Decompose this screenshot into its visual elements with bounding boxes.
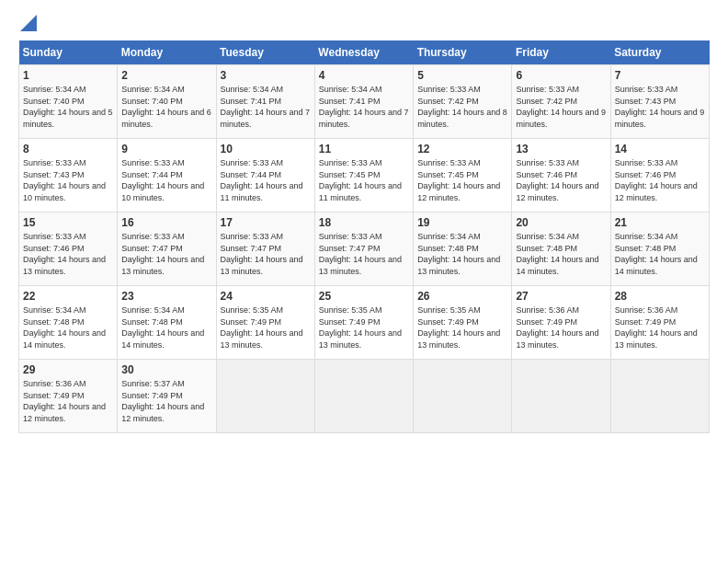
day-info: Sunrise: 5:36 AMSunset: 7:49 PMDaylight:… bbox=[615, 304, 705, 350]
day-number: 28 bbox=[615, 290, 705, 303]
day-number: 27 bbox=[516, 290, 606, 303]
day-number: 20 bbox=[516, 216, 606, 229]
week-row-1: 1 Sunrise: 5:34 AMSunset: 7:40 PMDayligh… bbox=[19, 65, 710, 139]
day-info: Sunrise: 5:35 AMSunset: 7:49 PMDaylight:… bbox=[319, 304, 409, 350]
day-info: Sunrise: 5:33 AMSunset: 7:44 PMDaylight:… bbox=[221, 157, 311, 203]
day-info: Sunrise: 5:35 AMSunset: 7:49 PMDaylight:… bbox=[221, 304, 311, 350]
day-number: 14 bbox=[615, 143, 705, 155]
day-cell: 2 Sunrise: 5:34 AMSunset: 7:40 PMDayligh… bbox=[118, 65, 216, 139]
day-info: Sunrise: 5:34 AMSunset: 7:41 PMDaylight:… bbox=[221, 84, 311, 130]
day-info: Sunrise: 5:34 AMSunset: 7:48 PMDaylight:… bbox=[417, 231, 507, 277]
day-cell: 29 Sunrise: 5:36 AMSunset: 7:49 PMDaylig… bbox=[19, 360, 118, 433]
col-header-saturday: Saturday bbox=[610, 40, 709, 65]
day-info: Sunrise: 5:34 AMSunset: 7:48 PMDaylight:… bbox=[121, 304, 211, 350]
day-info: Sunrise: 5:33 AMSunset: 7:47 PMDaylight:… bbox=[221, 231, 311, 277]
day-info: Sunrise: 5:35 AMSunset: 7:49 PMDaylight:… bbox=[417, 304, 507, 350]
day-cell: 11 Sunrise: 5:33 AMSunset: 7:45 PMDaylig… bbox=[314, 139, 413, 213]
day-info: Sunrise: 5:33 AMSunset: 7:42 PMDaylight:… bbox=[516, 84, 606, 130]
day-cell: 1 Sunrise: 5:34 AMSunset: 7:40 PMDayligh… bbox=[19, 65, 118, 139]
day-number: 21 bbox=[615, 216, 705, 229]
day-number: 19 bbox=[417, 216, 507, 229]
week-row-2: 8 Sunrise: 5:33 AMSunset: 7:43 PMDayligh… bbox=[19, 139, 710, 213]
day-info: Sunrise: 5:33 AMSunset: 7:47 PMDaylight:… bbox=[121, 231, 211, 277]
day-cell: 21 Sunrise: 5:34 AMSunset: 7:48 PMDaylig… bbox=[610, 213, 709, 286]
day-cell: 12 Sunrise: 5:33 AMSunset: 7:45 PMDaylig… bbox=[414, 139, 512, 213]
day-cell: 26 Sunrise: 5:35 AMSunset: 7:49 PMDaylig… bbox=[414, 286, 512, 360]
week-row-3: 15 Sunrise: 5:33 AMSunset: 7:46 PMDaylig… bbox=[19, 213, 710, 286]
day-number: 30 bbox=[121, 363, 211, 376]
day-cell: 23 Sunrise: 5:34 AMSunset: 7:48 PMDaylig… bbox=[118, 286, 216, 360]
day-info: Sunrise: 5:33 AMSunset: 7:43 PMDaylight:… bbox=[23, 157, 113, 203]
col-header-friday: Friday bbox=[512, 40, 610, 65]
col-header-monday: Monday bbox=[118, 40, 216, 65]
day-cell: 24 Sunrise: 5:35 AMSunset: 7:49 PMDaylig… bbox=[216, 286, 314, 360]
day-cell: 14 Sunrise: 5:33 AMSunset: 7:46 PMDaylig… bbox=[610, 139, 709, 213]
day-cell: 30 Sunrise: 5:37 AMSunset: 7:49 PMDaylig… bbox=[118, 360, 216, 433]
day-cell bbox=[314, 360, 413, 433]
day-cell: 10 Sunrise: 5:33 AMSunset: 7:44 PMDaylig… bbox=[216, 139, 314, 213]
day-cell: 7 Sunrise: 5:33 AMSunset: 7:43 PMDayligh… bbox=[610, 65, 709, 139]
day-cell bbox=[610, 360, 709, 433]
day-info: Sunrise: 5:34 AMSunset: 7:40 PMDaylight:… bbox=[121, 84, 211, 130]
day-number: 9 bbox=[121, 143, 211, 155]
day-cell bbox=[414, 360, 512, 433]
day-info: Sunrise: 5:33 AMSunset: 7:46 PMDaylight:… bbox=[516, 157, 606, 203]
day-number: 6 bbox=[516, 69, 606, 82]
day-number: 11 bbox=[319, 143, 409, 155]
day-number: 5 bbox=[417, 69, 507, 82]
day-info: Sunrise: 5:33 AMSunset: 7:43 PMDaylight:… bbox=[615, 84, 705, 130]
day-cell: 19 Sunrise: 5:34 AMSunset: 7:48 PMDaylig… bbox=[414, 213, 512, 286]
day-number: 24 bbox=[221, 290, 311, 303]
day-info: Sunrise: 5:34 AMSunset: 7:40 PMDaylight:… bbox=[23, 84, 113, 130]
day-info: Sunrise: 5:33 AMSunset: 7:45 PMDaylight:… bbox=[319, 157, 409, 203]
day-number: 4 bbox=[319, 69, 409, 82]
day-cell: 18 Sunrise: 5:33 AMSunset: 7:47 PMDaylig… bbox=[314, 213, 413, 286]
day-info: Sunrise: 5:33 AMSunset: 7:45 PMDaylight:… bbox=[417, 157, 507, 203]
header-row: SundayMondayTuesdayWednesdayThursdayFrid… bbox=[19, 40, 710, 65]
calendar-table: SundayMondayTuesdayWednesdayThursdayFrid… bbox=[18, 40, 710, 433]
col-header-sunday: Sunday bbox=[19, 40, 118, 65]
day-number: 22 bbox=[23, 290, 113, 303]
col-header-tuesday: Tuesday bbox=[216, 40, 314, 65]
day-info: Sunrise: 5:36 AMSunset: 7:49 PMDaylight:… bbox=[516, 304, 606, 350]
day-cell: 5 Sunrise: 5:33 AMSunset: 7:42 PMDayligh… bbox=[414, 65, 512, 139]
day-number: 13 bbox=[516, 143, 606, 155]
day-cell: 27 Sunrise: 5:36 AMSunset: 7:49 PMDaylig… bbox=[512, 286, 610, 360]
day-number: 18 bbox=[319, 216, 409, 229]
day-info: Sunrise: 5:33 AMSunset: 7:47 PMDaylight:… bbox=[319, 231, 409, 277]
day-info: Sunrise: 5:37 AMSunset: 7:49 PMDaylight:… bbox=[121, 378, 211, 424]
day-number: 1 bbox=[23, 69, 113, 82]
header bbox=[18, 18, 710, 31]
day-info: Sunrise: 5:33 AMSunset: 7:42 PMDaylight:… bbox=[417, 84, 507, 130]
day-number: 17 bbox=[221, 216, 311, 229]
day-number: 8 bbox=[23, 143, 113, 155]
day-cell: 6 Sunrise: 5:33 AMSunset: 7:42 PMDayligh… bbox=[512, 65, 610, 139]
day-cell: 13 Sunrise: 5:33 AMSunset: 7:46 PMDaylig… bbox=[512, 139, 610, 213]
day-number: 25 bbox=[319, 290, 409, 303]
day-info: Sunrise: 5:33 AMSunset: 7:46 PMDaylight:… bbox=[615, 157, 705, 203]
svg-marker-0 bbox=[20, 15, 37, 31]
day-number: 2 bbox=[121, 69, 211, 82]
day-number: 16 bbox=[121, 216, 211, 229]
day-cell: 25 Sunrise: 5:35 AMSunset: 7:49 PMDaylig… bbox=[314, 286, 413, 360]
logo-icon bbox=[20, 15, 37, 31]
day-number: 3 bbox=[221, 69, 311, 82]
day-number: 7 bbox=[615, 69, 705, 82]
day-info: Sunrise: 5:36 AMSunset: 7:49 PMDaylight:… bbox=[23, 378, 113, 424]
day-cell: 4 Sunrise: 5:34 AMSunset: 7:41 PMDayligh… bbox=[314, 65, 413, 139]
day-number: 10 bbox=[221, 143, 311, 155]
day-info: Sunrise: 5:34 AMSunset: 7:48 PMDaylight:… bbox=[615, 231, 705, 277]
day-info: Sunrise: 5:34 AMSunset: 7:41 PMDaylight:… bbox=[319, 84, 409, 130]
week-row-5: 29 Sunrise: 5:36 AMSunset: 7:49 PMDaylig… bbox=[19, 360, 710, 433]
day-cell: 9 Sunrise: 5:33 AMSunset: 7:44 PMDayligh… bbox=[118, 139, 216, 213]
day-cell: 16 Sunrise: 5:33 AMSunset: 7:47 PMDaylig… bbox=[118, 213, 216, 286]
day-cell: 15 Sunrise: 5:33 AMSunset: 7:46 PMDaylig… bbox=[19, 213, 118, 286]
day-number: 12 bbox=[417, 143, 507, 155]
day-info: Sunrise: 5:34 AMSunset: 7:48 PMDaylight:… bbox=[516, 231, 606, 277]
day-cell bbox=[216, 360, 314, 433]
day-number: 26 bbox=[417, 290, 507, 303]
day-number: 29 bbox=[23, 363, 113, 376]
day-cell: 22 Sunrise: 5:34 AMSunset: 7:48 PMDaylig… bbox=[19, 286, 118, 360]
day-cell bbox=[512, 360, 610, 433]
day-cell: 20 Sunrise: 5:34 AMSunset: 7:48 PMDaylig… bbox=[512, 213, 610, 286]
